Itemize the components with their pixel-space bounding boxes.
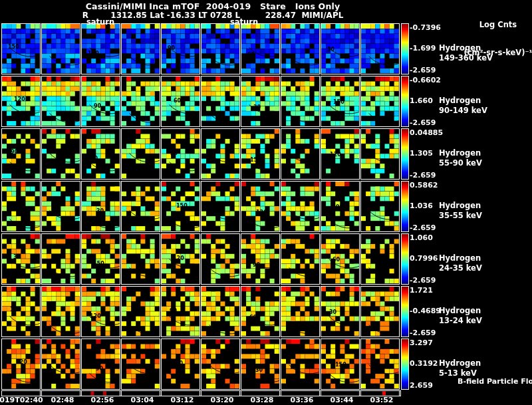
energy-label: 5-13 keV (439, 368, 477, 378)
species-label: Hydrogen (439, 253, 481, 263)
energy-label: 55-90 keV (439, 158, 482, 168)
scale-top: -0.6602 (410, 76, 441, 84)
scale-bottom: -2.659 (410, 223, 436, 232)
scale-mid: 1.660 (410, 96, 433, 105)
row-labels-149-360: -0.7396 -1.699 -2.659 Hydrogen 149-360 k… (0, 23, 532, 76)
row-labels-55-90: 0.04885 1.305 -2.659 Hydrogen 55-90 keV (0, 128, 532, 181)
scale-bottom: 2.659 (410, 381, 433, 390)
species-label: Hydrogen (439, 96, 481, 105)
scale-top: 1.721 (410, 286, 433, 295)
scale-bottom: -2.659 (410, 276, 436, 285)
energy-label: 149-360 keV (439, 53, 493, 63)
species-label: Hydrogen (439, 358, 481, 368)
energy-label: 24-35 keV (439, 263, 482, 273)
time-tick-label: 03:52 (354, 396, 410, 404)
scale-top: 0.04885 (410, 128, 443, 137)
scale-mid: 0.7996 (410, 254, 438, 263)
row-labels-24-35: 1.060 0.7996 -2.659 Hydrogen 24-35 keV (0, 233, 532, 286)
scale-mid: 0.3192 (410, 359, 438, 368)
scale-top: 0.5862 (410, 181, 438, 190)
scale-mid: 1.036 (410, 202, 433, 210)
bfield-flow-label: B-field Particle Flow (458, 377, 531, 386)
scale-mid: -0.4689 (410, 307, 441, 315)
energy-label: 13-24 keV (439, 316, 482, 325)
scale-mid: -1.699 (410, 44, 436, 53)
row-labels-35-55: 0.5862 1.036 -2.659 Hydrogen 35-55 keV (0, 181, 532, 233)
energy-label: 90-149 keV (439, 106, 487, 115)
species-label: Hydrogen (439, 306, 481, 315)
row-labels-5-13: 3.297 0.3192 2.659 Hydrogen 5-13 keV (0, 338, 532, 391)
saturn-annotation-right: saturn (230, 17, 258, 27)
scale-top: -0.7396 (410, 23, 441, 32)
species-label: Hydrogen (439, 43, 481, 53)
species-label: Hydrogen (439, 201, 481, 210)
species-label: Hydrogen (439, 148, 481, 158)
scale-top: 3.297 (410, 338, 433, 347)
energy-label: 35-55 keV (439, 211, 482, 220)
row-labels-90-149: -0.6602 1.660 -2.659 Hydrogen 90-149 keV (0, 76, 532, 128)
scale-bottom: -2.659 (410, 66, 436, 74)
scale-top: 1.060 (410, 233, 433, 242)
scale-bottom: -2.659 (410, 118, 436, 127)
page-title: Cassini/MIMI Inca mTOF 2004-019 Stare Io… (0, 1, 426, 11)
mimi-inca-display: Cassini/MIMI Inca mTOF 2004-019 Stare Io… (0, 0, 532, 405)
scale-mid: 1.305 (410, 149, 433, 158)
scale-bottom: -2.659 (410, 329, 436, 337)
row-labels-13-24: 1.721 -0.4689 -2.659 Hydrogen 13-24 keV (0, 286, 532, 338)
saturn-annotation-left: saturn (86, 17, 114, 27)
scale-bottom: -2.659 (410, 171, 436, 180)
ephemeris-line: R 1312.85 Lat -16.33 LT 0728 L 228.47 MI… (0, 11, 426, 20)
